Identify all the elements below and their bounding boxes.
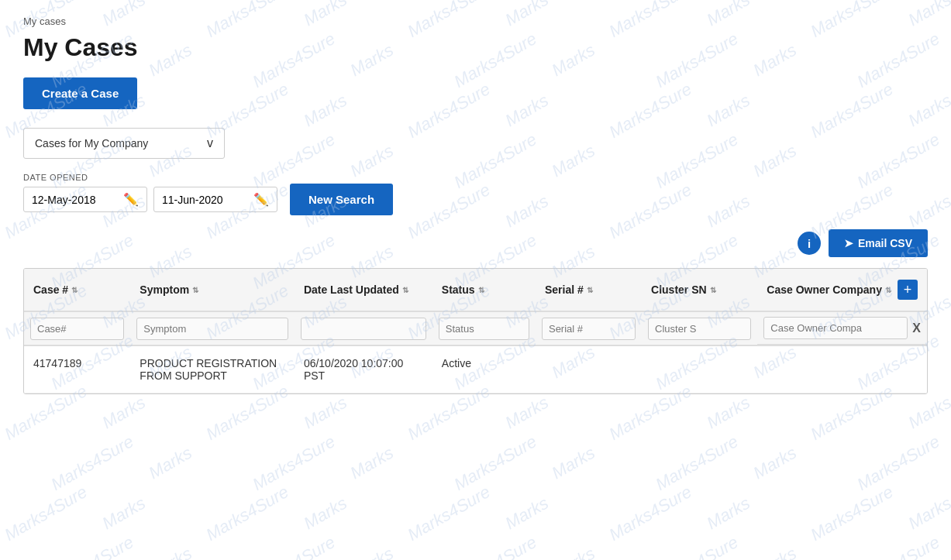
filter-status-input[interactable] <box>439 318 529 340</box>
email-csv-button[interactable]: ➤ Email CSV <box>829 229 928 257</box>
new-search-button[interactable]: New Search <box>290 184 393 215</box>
send-icon: ➤ <box>844 237 853 249</box>
info-icon[interactable]: i <box>798 232 821 255</box>
filter-symptom-cell <box>130 311 295 345</box>
filter-status-cell <box>432 311 536 345</box>
cases-dropdown[interactable]: Cases for My Company v <box>23 128 225 159</box>
th-cluster-sn: Cluster SN ⇅ <box>642 269 757 311</box>
filter-cluster-sn-input[interactable] <box>648 318 751 340</box>
chevron-down-icon: v <box>207 136 213 150</box>
sort-arrows-symptom[interactable]: ⇅ <box>192 286 198 294</box>
start-date-edit-icon[interactable]: ✏️ <box>123 192 139 207</box>
filter-row: Cases for My Company v <box>23 128 928 159</box>
date-opened-label: DATE OPENED <box>23 173 390 182</box>
th-case-num-label: Case # <box>33 283 68 296</box>
table-row: 41747189PRODUCT REGISTRATION FROM SUPPOR… <box>24 345 927 393</box>
table-filter-row: X <box>24 311 927 345</box>
filter-case-owner-input[interactable] <box>763 317 908 339</box>
filter-cluster-sn-cell <box>642 311 757 345</box>
filter-serial-num-input[interactable] <box>542 318 636 340</box>
filter-date-updated-input[interactable] <box>301 318 426 340</box>
date-group: DATE OPENED ✏️ ✏️ New Search <box>23 173 393 215</box>
th-case-num: Case # ⇅ <box>24 269 130 311</box>
sort-arrows-case-owner[interactable]: ⇅ <box>885 286 891 294</box>
th-cluster-sn-label: Cluster SN <box>651 283 707 296</box>
th-date-updated-label: Date Last Updated <box>304 283 399 296</box>
table-cell: Active <box>432 345 536 393</box>
table-cell: 41747189 <box>24 345 130 393</box>
cases-table-container: Case # ⇅ Symptom ⇅ Date Last Updated <box>23 268 928 394</box>
end-date-edit-icon[interactable]: ✏️ <box>253 192 269 207</box>
filter-symptom-input[interactable] <box>136 318 288 340</box>
date-inputs: ✏️ ✏️ New Search <box>23 184 393 215</box>
sort-arrows-serial-num[interactable]: ⇅ <box>587 286 593 294</box>
filter-date-updated-cell <box>295 311 432 345</box>
dropdown-selected-label: Cases for My Company <box>35 137 148 149</box>
sort-arrows-case-num[interactable]: ⇅ <box>71 286 78 294</box>
th-status-label: Status <box>442 283 475 296</box>
sort-arrows-cluster-sn[interactable]: ⇅ <box>710 286 716 294</box>
page-title: My Cases <box>23 33 928 62</box>
breadcrumb: My cases <box>23 15 928 27</box>
table-cell <box>536 345 642 393</box>
th-case-owner-label: Case Owner Company <box>767 283 882 296</box>
th-serial-num: Serial # ⇅ <box>536 269 642 311</box>
table-cell: PRODUCT REGISTRATION FROM SUPPORT <box>130 345 295 393</box>
end-date-field: ✏️ <box>153 187 277 212</box>
table-cell <box>757 345 927 393</box>
table-header-row: Case # ⇅ Symptom ⇅ Date Last Updated <box>24 269 927 311</box>
filter-case-num-cell <box>24 311 130 345</box>
th-case-owner: Case Owner Company ⇅ + <box>757 269 927 311</box>
sort-arrows-status[interactable]: ⇅ <box>478 286 484 294</box>
th-date-updated: Date Last Updated ⇅ <box>295 269 432 311</box>
search-row: DATE OPENED ✏️ ✏️ New Search <box>23 173 928 215</box>
sort-arrows-date-updated[interactable]: ⇅ <box>402 286 408 294</box>
th-status: Status ⇅ <box>432 269 536 311</box>
start-date-input[interactable] <box>32 194 117 206</box>
filter-case-owner-cell: X <box>757 312 927 345</box>
start-date-field: ✏️ <box>23 187 147 212</box>
th-symptom-label: Symptom <box>140 283 189 296</box>
th-symptom: Symptom ⇅ <box>130 269 295 311</box>
filter-case-num-input[interactable] <box>30 318 124 340</box>
cases-table: Case # ⇅ Symptom ⇅ Date Last Updated <box>24 269 927 393</box>
add-column-button[interactable]: + <box>898 280 918 300</box>
table-cell: 06/10/2020 10:07:00 PST <box>295 345 432 393</box>
clear-filter-button[interactable]: X <box>912 321 921 335</box>
table-body: 41747189PRODUCT REGISTRATION FROM SUPPOR… <box>24 345 927 393</box>
actions-row: i ➤ Email CSV <box>23 229 928 257</box>
th-serial-num-label: Serial # <box>545 283 584 296</box>
filter-serial-num-cell <box>536 311 642 345</box>
create-case-button[interactable]: Create a Case <box>23 77 137 109</box>
table-cell <box>642 345 757 393</box>
end-date-input[interactable] <box>162 194 247 206</box>
